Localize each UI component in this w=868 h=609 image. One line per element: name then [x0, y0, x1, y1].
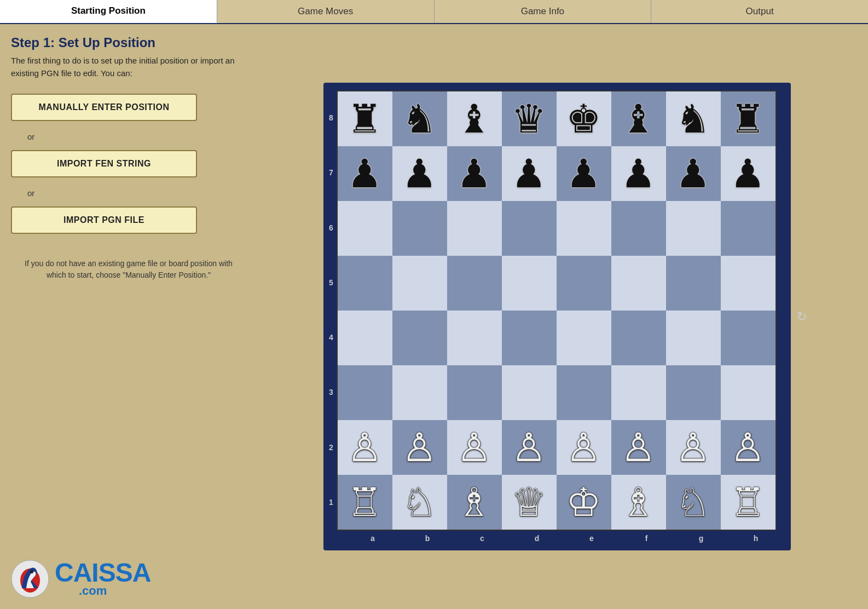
cell-b7[interactable]: ♟: [392, 146, 447, 201]
cell-a5[interactable]: [338, 256, 392, 311]
cell-e1[interactable]: ♔: [557, 475, 611, 530]
rank-label-7: 7: [329, 145, 333, 200]
piece-wr-h1: ♖: [730, 482, 766, 522]
cell-h2[interactable]: ♙: [721, 420, 776, 475]
piece-wp-g2: ♙: [675, 428, 711, 467]
svg-point-2: [30, 570, 33, 573]
cell-g6[interactable]: [666, 201, 721, 256]
cell-c1[interactable]: ♗: [447, 475, 502, 530]
cell-g3[interactable]: [666, 365, 721, 420]
cell-a2[interactable]: ♙: [338, 420, 392, 475]
cell-f5[interactable]: [611, 256, 666, 311]
rank-label-5: 5: [329, 255, 333, 310]
cell-a8[interactable]: ♜: [338, 91, 392, 146]
cell-d2[interactable]: ♙: [502, 420, 557, 475]
rank-label-4: 4: [329, 310, 333, 365]
cell-g7[interactable]: ♟: [666, 146, 721, 201]
or-text-1: or: [27, 132, 246, 141]
cell-f4[interactable]: [611, 311, 666, 365]
manually-enter-position-button[interactable]: MANUALLY ENTER POSITION: [11, 94, 197, 121]
piece-bp-f7: ♟: [621, 154, 656, 193]
cell-e6[interactable]: [557, 201, 611, 256]
cell-b8[interactable]: ♞: [392, 91, 447, 146]
tab-game-info[interactable]: Game Info: [435, 0, 652, 23]
cell-f1[interactable]: ♗: [611, 475, 666, 530]
cell-a3[interactable]: [338, 365, 392, 420]
cell-d7[interactable]: ♟: [502, 146, 557, 201]
cell-b5[interactable]: [392, 256, 447, 311]
cell-c6[interactable]: [447, 201, 502, 256]
cell-c4[interactable]: [447, 311, 502, 365]
cell-e8[interactable]: ♚: [557, 91, 611, 146]
piece-bp-d7: ♟: [511, 154, 547, 193]
cell-g8[interactable]: ♞: [666, 91, 721, 146]
import-fen-string-button[interactable]: IMPORT FEN STRING: [11, 150, 197, 177]
tab-output[interactable]: Output: [651, 0, 868, 23]
file-label-b: b: [400, 534, 455, 543]
cell-d3[interactable]: [502, 365, 557, 420]
cell-d6[interactable]: [502, 201, 557, 256]
cell-f8[interactable]: ♝: [611, 91, 666, 146]
cell-e5[interactable]: [557, 256, 611, 311]
cell-c7[interactable]: ♟: [447, 146, 502, 201]
cell-b2[interactable]: ♙: [392, 420, 447, 475]
cell-f6[interactable]: [611, 201, 666, 256]
cell-f3[interactable]: [611, 365, 666, 420]
intro-text: The first thing to do is to set up the i…: [11, 55, 246, 79]
import-pgn-file-button[interactable]: IMPORT PGN FILE: [11, 206, 197, 234]
cell-b1[interactable]: ♘: [392, 475, 447, 530]
tab-game-moves[interactable]: Game Moves: [217, 0, 435, 23]
piece-bn-b8: ♞: [402, 99, 437, 139]
board-container: 87654321 ♜♞♝♛♚♝♞♜♟♟♟♟♟♟♟♟♙♙♙♙♙♙♙♙♖♘♗♕♔♗♘…: [257, 35, 857, 598]
cell-d8[interactable]: ♛: [502, 91, 557, 146]
cell-b3[interactable]: [392, 365, 447, 420]
cell-g2[interactable]: ♙: [666, 420, 721, 475]
cell-a7[interactable]: ♟: [338, 146, 392, 201]
cell-c2[interactable]: ♙: [447, 420, 502, 475]
logo-name: CAISSA: [55, 558, 151, 587]
cell-e2[interactable]: ♙: [557, 420, 611, 475]
cell-d1[interactable]: ♕: [502, 475, 557, 530]
rank-label-1: 1: [329, 475, 333, 530]
file-label-f: f: [619, 534, 674, 543]
cell-e7[interactable]: ♟: [557, 146, 611, 201]
rank-label-3: 3: [329, 365, 333, 420]
cell-c5[interactable]: [447, 256, 502, 311]
cell-d4[interactable]: [502, 311, 557, 365]
piece-br-a8: ♜: [347, 99, 383, 139]
piece-wp-e2: ♙: [566, 428, 601, 467]
cell-h8[interactable]: ♜: [721, 91, 776, 146]
cell-f2[interactable]: ♙: [611, 420, 666, 475]
cell-b4[interactable]: [392, 311, 447, 365]
cell-a4[interactable]: [338, 311, 392, 365]
cell-c3[interactable]: [447, 365, 502, 420]
cell-h7[interactable]: ♟: [721, 146, 776, 201]
piece-wp-d2: ♙: [511, 428, 547, 467]
logo-text-area: CAISSA .com: [55, 560, 151, 598]
cell-g5[interactable]: [666, 256, 721, 311]
left-panel: Step 1: Set Up Position The first thing …: [11, 35, 246, 598]
cell-a6[interactable]: [338, 201, 392, 256]
piece-wp-h2: ♙: [730, 428, 766, 467]
cell-c8[interactable]: ♝: [447, 91, 502, 146]
cell-h1[interactable]: ♖: [721, 475, 776, 530]
cell-g1[interactable]: ♘: [666, 475, 721, 530]
tab-starting-position[interactable]: Starting Position: [0, 0, 217, 23]
cell-h4[interactable]: [721, 311, 776, 365]
cell-h3[interactable]: [721, 365, 776, 420]
cell-b6[interactable]: [392, 201, 447, 256]
file-labels: abcdefgh: [329, 534, 783, 543]
cell-h6[interactable]: [721, 201, 776, 256]
file-label-e: e: [564, 534, 619, 543]
cell-f7[interactable]: ♟: [611, 146, 666, 201]
piece-wp-a2: ♙: [347, 428, 383, 467]
cell-h5[interactable]: [721, 256, 776, 311]
refresh-button[interactable]: ↻: [796, 309, 807, 324]
cell-a1[interactable]: ♖: [338, 475, 392, 530]
file-label-a: a: [345, 534, 400, 543]
cell-e3[interactable]: [557, 365, 611, 420]
cell-d5[interactable]: [502, 256, 557, 311]
cell-e4[interactable]: [557, 311, 611, 365]
cell-g4[interactable]: [666, 311, 721, 365]
piece-bn-g8: ♞: [675, 99, 711, 139]
